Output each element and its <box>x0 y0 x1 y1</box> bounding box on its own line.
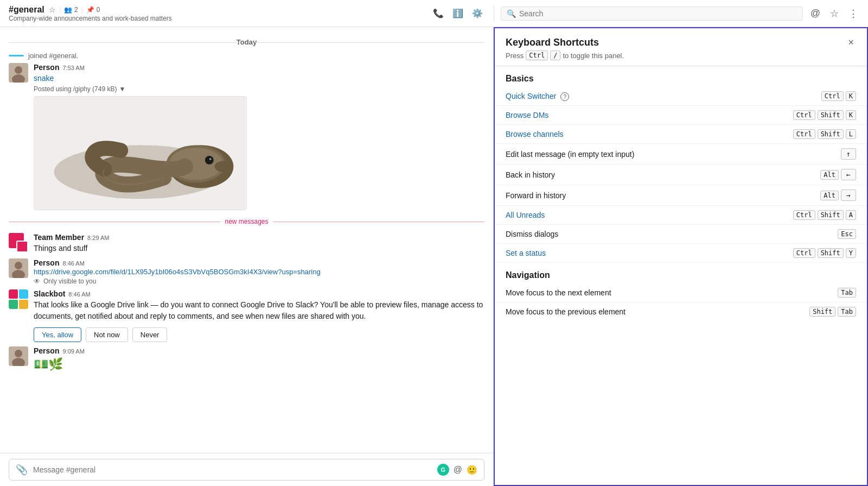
close-button[interactable]: × <box>846 37 856 48</box>
a-key: A <box>846 210 856 220</box>
set-status-label[interactable]: Set a status <box>506 249 546 257</box>
system-bar-icon <box>9 55 24 56</box>
channel-description: Company-wide announcements and work-base… <box>9 15 172 22</box>
call-icon-button[interactable]: 📞 <box>431 6 446 21</box>
system-message-joined: joined #general. <box>0 51 493 61</box>
snake-image <box>34 96 247 210</box>
pins-icon: 📌 <box>86 6 94 14</box>
ctrl-key: Ctrl <box>526 51 548 60</box>
up-arrow-key: ↑ <box>841 148 856 160</box>
search-input[interactable] <box>519 9 797 18</box>
browse-channels-keys: Ctrl Shift L <box>793 129 856 139</box>
ctrl-key: Ctrl <box>793 248 815 258</box>
y-key: Y <box>846 248 856 258</box>
yes-allow-button[interactable]: Yes, allow <box>34 327 81 342</box>
keyboard-shortcuts-panel: Keyboard Shortcuts Press Ctrl / to toggl… <box>494 27 868 486</box>
message-sender: Team Member <box>34 233 84 242</box>
channel-header: #general ☆ | 👥 2 | 📌 0 Company-wide anno… <box>0 5 494 22</box>
search-icon: 🔍 <box>507 9 516 18</box>
message-text: Things and stuff <box>34 243 484 254</box>
svg-rect-18 <box>19 300 28 309</box>
shortcuts-header: Keyboard Shortcuts Press Ctrl / to toggl… <box>495 28 867 66</box>
ctrl-key: Ctrl <box>793 110 815 120</box>
message-time: 8:29 AM <box>87 235 109 241</box>
emoji-message: 💵🌿 <box>34 357 484 371</box>
press-label: Press <box>506 52 524 60</box>
focus-next-label: Move focus to the next element <box>506 288 611 297</box>
all-unreads-keys: Ctrl Shift A <box>793 210 856 220</box>
avatar <box>9 233 28 253</box>
browse-dms-keys: Ctrl Shift K <box>793 110 856 120</box>
system-joined-text: joined #general. <box>28 52 79 60</box>
snake-link[interactable]: snake <box>34 74 54 83</box>
back-history-keys: Alt ← <box>820 169 856 180</box>
avatar <box>9 289 28 309</box>
focus-prev-keys: Shift Tab <box>809 307 856 317</box>
alt-key: Alt <box>820 191 839 200</box>
shortcut-row-focus-next: Move focus to the next element Tab <box>495 283 867 302</box>
all-unreads-label[interactable]: All Unreads <box>506 211 545 219</box>
k-key: K <box>846 110 856 120</box>
emoji-input-icon[interactable]: 🙂 <box>467 465 477 475</box>
table-row: Slackbot 8:46 AM That looks like a Googl… <box>0 287 493 344</box>
quick-switcher-keys: Ctrl K <box>821 91 856 101</box>
quick-switcher-label[interactable]: Quick Switcher ? <box>506 92 569 101</box>
never-button[interactable]: Never <box>132 327 168 342</box>
main-content: Today joined #general. Perso <box>0 27 868 486</box>
message-sender: Person <box>34 63 59 72</box>
back-history-label: Back in history <box>506 171 555 179</box>
new-messages-label: new messages <box>220 218 272 225</box>
channel-title: #general <box>9 5 44 15</box>
search-input-wrapper[interactable]: 🔍 <box>501 7 803 21</box>
message-input-bar: 📎 G @ 🙂 <box>0 453 493 486</box>
browse-dms-label[interactable]: Browse DMs <box>506 111 548 119</box>
channel-members-info: ☆ | 👥 2 | 📌 0 <box>49 5 100 14</box>
message-time: 8:46 AM <box>62 260 84 267</box>
shortcuts-subtitle: Press Ctrl / to toggle this panel. <box>506 51 624 60</box>
avatar <box>9 63 28 83</box>
message-time: 8:46 AM <box>68 291 90 298</box>
svg-point-8 <box>205 156 214 165</box>
message-content: Person 9:09 AM 💵🌿 <box>34 346 484 371</box>
star-icon[interactable]: ☆ <box>49 5 56 14</box>
new-messages-divider: new messages <box>0 216 493 228</box>
chat-panel: Today joined #general. Perso <box>0 27 494 486</box>
set-status-keys: Ctrl Shift Y <box>793 248 856 258</box>
mention-input-icon[interactable]: @ <box>454 465 462 475</box>
message-input[interactable] <box>33 465 432 474</box>
shift-key: Shift <box>818 248 844 258</box>
edit-last-keys: ↑ <box>841 148 856 160</box>
google-drive-link[interactable]: https://drive.google.com/file/d/1LX95Jy1… <box>34 268 321 276</box>
basics-section-title: Basics <box>495 66 867 87</box>
table-row: Person 7:53 AM snake Posted using /giphy… <box>0 61 493 212</box>
shortcut-row-all-unreads: All Unreads Ctrl Shift A <box>495 206 867 225</box>
members-icon: 👥 <box>64 6 72 14</box>
channel-meta: Company-wide announcements and work-base… <box>9 15 172 22</box>
shift-key: Shift <box>809 307 835 317</box>
shift-key: Shift <box>818 210 844 220</box>
settings-icon-button[interactable]: ⚙️ <box>470 6 485 21</box>
mention-icon-button[interactable]: @ <box>807 5 824 21</box>
shortcut-row-browse-dms: Browse DMs Ctrl Shift K <box>495 106 867 125</box>
dismiss-dialogs-keys: Esc <box>838 229 856 239</box>
action-buttons: Yes, allow Not now Never <box>34 327 484 342</box>
browse-channels-label[interactable]: Browse channels <box>506 130 564 138</box>
more-icon-button[interactable]: ⋮ <box>845 5 861 22</box>
attach-icon[interactable]: 📎 <box>16 464 28 476</box>
messages-area: Today joined #general. Perso <box>0 27 493 453</box>
shortcut-row-forward-history: Forward in history Alt → <box>495 185 867 206</box>
top-bar: #general ☆ | 👥 2 | 📌 0 Company-wide anno… <box>0 0 868 27</box>
eye-icon: 👁 <box>34 277 40 285</box>
top-bar-right-icons: @ ☆ ⋮ <box>807 5 861 22</box>
shortcut-row-dismiss-dialogs: Dismiss dialogs Esc <box>495 225 867 244</box>
shortcut-row-browse-channels: Browse channels Ctrl Shift L <box>495 125 867 144</box>
message-sender: Person <box>34 258 59 267</box>
forward-history-keys: Alt → <box>820 190 856 201</box>
toggle-label: to toggle this panel. <box>563 52 624 60</box>
info-icon-button[interactable]: ℹ️ <box>450 6 465 21</box>
not-now-button[interactable]: Not now <box>86 327 128 342</box>
starred-icon-button[interactable]: ☆ <box>827 5 842 22</box>
grammarly-icon[interactable]: G <box>437 464 449 476</box>
pins-count: 0 <box>97 6 100 14</box>
svg-point-12 <box>15 262 22 269</box>
